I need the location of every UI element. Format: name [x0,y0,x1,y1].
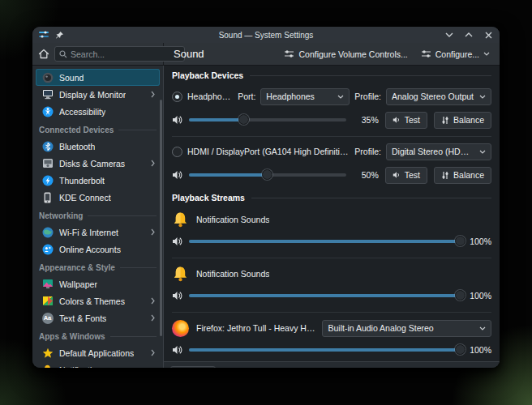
sidebar-item-accessibility[interactable]: Accessibility [36,103,160,120]
profile-label: Profile: [354,147,381,156]
test-button[interactable]: Test [385,112,427,129]
notification-bell-icon [172,211,189,228]
sidebar-item-notifications[interactable]: Notifications [36,361,160,368]
pin-icon[interactable] [55,31,64,40]
sidebar-item-bluetooth[interactable]: Bluetooth [36,138,160,155]
page-title: Sound [174,48,204,60]
sidebar-scrollbar[interactable] [160,100,162,336]
sidebar-item-label: Wallpaper [59,279,97,289]
globe-icon [41,226,54,238]
maximize-icon[interactable] [464,30,474,40]
chevron-right-icon [151,160,155,167]
volume-slider[interactable] [189,168,346,181]
stream-row-firefox: Firefox: Jethro Tull - Heavy H… Built-in… [172,318,491,338]
slider-handle[interactable] [455,290,466,301]
minimize-icon[interactable] [444,30,454,40]
wallpaper-icon [41,278,54,290]
stream-volume-row: 100% [172,342,491,358]
sidebar-item-label: Disks & Cameras [59,159,125,168]
sidebar-item-label: Colors & Themes [59,296,125,306]
sidebar-item-default-applications[interactable]: Default Applications [36,344,160,361]
device-radio[interactable] [172,147,182,157]
test-button[interactable]: Test [385,167,427,184]
page-header: Sound Configure Volume Controls... Confi… [164,43,500,65]
port-select[interactable]: Headphones [260,88,350,105]
profile-select[interactable]: Digital Stereo (HDMI) Output [386,143,491,160]
sound-settings-panel: Playback Devices Headphones (… Port: Hea… [164,66,500,368]
speaker-icon [393,116,401,124]
stream-name: Notification Sounds [196,215,269,224]
sidebar-item-display-monitor[interactable]: Display & Monitor [36,86,160,103]
profile-select[interactable]: Analog Stereo Output [386,88,491,105]
chevron-down-icon [479,95,486,99]
window-title: Sound — System Settings [136,31,396,40]
app-menu-icon[interactable] [39,31,49,40]
sidebar-item-thunderbolt[interactable]: Thunderbolt [36,172,160,189]
sidebar-section-label: Networking [39,211,83,220]
device-radio[interactable] [172,92,182,102]
sidebar-item-label: Display & Monitor [59,90,126,100]
sidebar-section-label: Connected Devices [39,126,114,134]
sidebar: Sound Display & Monitor Accessibility Co… [32,66,164,368]
sidebar-section-apps-windows: Apps & Windows [32,326,163,344]
balance-button-label: Balance [453,115,484,125]
speaker-icon [172,170,182,180]
sidebar-section-appearance-style: Appearance & Style [32,258,163,275]
close-icon[interactable] [483,30,493,40]
slider-handle[interactable] [455,344,466,355]
playback-streams-section-header: Playback Streams [172,193,491,202]
sidebar-item-text-fonts[interactable]: Aa Text & Fonts [36,309,160,326]
sidebar-item-kde-connect[interactable]: KDE Connect [36,189,160,206]
configure-volume-controls-label: Configure Volume Controls... [298,49,407,59]
slider-handle[interactable] [262,169,272,180]
slider-handle[interactable] [238,114,249,125]
sidebar-item-label: Text & Fonts [59,313,106,323]
volume-slider[interactable] [189,113,346,126]
configure-volume-controls-button[interactable]: Configure Volume Controls... [284,49,407,59]
device-volume-row: 35% Test Balance [172,112,491,128]
sidebar-item-label: Accessibility [59,107,105,117]
disk-icon [41,157,54,169]
sidebar-item-label: Thunderbolt [59,176,105,185]
sidebar-item-colors-themes[interactable]: Colors & Themes [36,292,160,309]
divider [172,258,491,258]
sidebar-item-wifi-internet[interactable]: Wi-Fi & Internet [36,224,160,241]
accounts-icon [41,243,54,255]
speaker-icon [172,345,182,355]
volume-slider[interactable] [189,343,461,356]
divider [172,312,491,313]
toolbar: Sound Configure Volume Controls... Confi… [32,43,500,66]
stream-volume-row: 100% [172,233,491,249]
volume-slider[interactable] [189,235,461,248]
slider-handle[interactable] [455,236,466,246]
balance-button[interactable]: Balance [434,112,491,129]
stream-row-notification: Notification Sounds [172,264,491,284]
thunderbolt-icon [41,174,54,186]
configure-label: Configure... [435,49,479,59]
sidebar-item-disks-cameras[interactable]: Disks & Cameras [36,155,160,172]
volume-slider[interactable] [189,289,461,302]
sidebar-item-online-accounts[interactable]: Online Accounts [36,241,160,258]
chevron-down-icon [479,150,486,154]
chevron-right-icon [151,228,155,236]
stream-device-select[interactable]: Built-in Audio Analog Stereo [322,320,491,337]
help-button[interactable]: Help [170,366,216,369]
stream-device-select-value: Built-in Audio Analog Stereo [328,323,474,333]
speaker-icon [393,171,401,179]
test-button-label: Test [405,170,420,180]
speaker-icon [172,237,182,246]
sidebar-item-sound[interactable]: Sound [36,69,160,86]
accessibility-icon [41,105,54,117]
configure-button[interactable]: Configure... [421,49,490,59]
bluetooth-icon [41,140,54,152]
chevron-down-icon [483,52,490,56]
footer-bar: Help [164,361,500,368]
titlebar[interactable]: Sound — System Settings [32,27,500,43]
sidebar-item-label: Wi-Fi & Internet [59,228,118,237]
volume-percent: 50% [353,170,379,180]
home-icon[interactable] [38,49,49,59]
sidebar-item-wallpaper[interactable]: Wallpaper [36,275,160,292]
balance-button[interactable]: Balance [434,167,491,184]
stream-name: Firefox: Jethro Tull - Heavy H… [196,323,315,333]
sidebar-header [32,43,164,65]
